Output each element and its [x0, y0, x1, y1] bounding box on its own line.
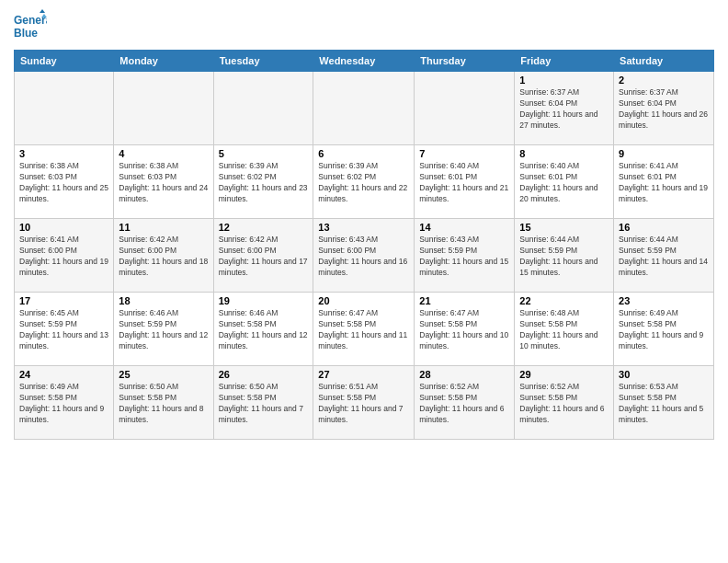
- calendar-cell: 13Sunrise: 6:43 AMSunset: 6:00 PMDayligh…: [313, 219, 415, 293]
- day-number: 18: [119, 295, 208, 306]
- day-info: Sunrise: 6:52 AMSunset: 5:58 PMDaylight:…: [419, 382, 509, 426]
- day-info: Sunrise: 6:43 AMSunset: 6:00 PMDaylight:…: [318, 235, 409, 279]
- day-number: 7: [419, 148, 509, 159]
- svg-marker-2: [40, 9, 45, 13]
- day-info: Sunrise: 6:40 AMSunset: 6:01 PMDaylight:…: [519, 161, 609, 205]
- calendar-cell: 24Sunrise: 6:49 AMSunset: 5:58 PMDayligh…: [15, 366, 114, 440]
- day-info: Sunrise: 6:50 AMSunset: 5:58 PMDaylight:…: [119, 382, 208, 426]
- day-number: 27: [318, 369, 409, 380]
- calendar-header: SundayMondayTuesdayWednesdayThursdayFrid…: [15, 51, 714, 72]
- day-info: Sunrise: 6:49 AMSunset: 5:58 PMDaylight:…: [19, 382, 108, 426]
- calendar-body: 1Sunrise: 6:37 AMSunset: 6:04 PMDaylight…: [15, 72, 714, 440]
- day-number: 12: [219, 222, 309, 233]
- day-number: 8: [519, 148, 609, 159]
- logo-svg: General Blue: [14, 9, 47, 42]
- calendar-cell: 8Sunrise: 6:40 AMSunset: 6:01 PMDaylight…: [515, 145, 614, 219]
- day-number: 22: [519, 295, 609, 306]
- day-info: Sunrise: 6:44 AMSunset: 5:59 PMDaylight:…: [519, 235, 609, 279]
- day-number: 11: [119, 222, 208, 233]
- day-number: 15: [519, 222, 609, 233]
- calendar-week-5: 24Sunrise: 6:49 AMSunset: 5:58 PMDayligh…: [15, 366, 714, 440]
- svg-text:Blue: Blue: [14, 27, 38, 40]
- calendar-week-3: 10Sunrise: 6:41 AMSunset: 6:00 PMDayligh…: [15, 219, 714, 293]
- day-number: 29: [519, 369, 609, 380]
- day-info: Sunrise: 6:46 AMSunset: 5:59 PMDaylight:…: [119, 308, 208, 352]
- day-number: 10: [19, 222, 108, 233]
- day-number: 16: [619, 222, 709, 233]
- day-info: Sunrise: 6:37 AMSunset: 6:04 PMDaylight:…: [619, 87, 709, 132]
- calendar-cell: 27Sunrise: 6:51 AMSunset: 5:58 PMDayligh…: [313, 366, 415, 440]
- day-number: 20: [318, 295, 409, 306]
- page: General Blue SundayMondayTuesdayWednesda…: [0, 0, 728, 563]
- day-info: Sunrise: 6:42 AMSunset: 6:00 PMDaylight:…: [119, 235, 208, 279]
- day-number: 9: [619, 148, 709, 159]
- calendar-cell: 25Sunrise: 6:50 AMSunset: 5:58 PMDayligh…: [114, 366, 213, 440]
- day-number: 26: [219, 369, 309, 380]
- calendar-cell: 6Sunrise: 6:39 AMSunset: 6:02 PMDaylight…: [313, 145, 415, 219]
- weekday-header-sunday: Sunday: [15, 51, 114, 72]
- weekday-header-tuesday: Tuesday: [213, 51, 313, 72]
- calendar-cell: 26Sunrise: 6:50 AMSunset: 5:58 PMDayligh…: [213, 366, 313, 440]
- calendar-cell: 3Sunrise: 6:38 AMSunset: 6:03 PMDaylight…: [15, 145, 114, 219]
- day-number: 6: [318, 148, 409, 159]
- weekday-header-row: SundayMondayTuesdayWednesdayThursdayFrid…: [15, 51, 714, 72]
- weekday-header-saturday: Saturday: [614, 51, 714, 72]
- weekday-header-monday: Monday: [114, 51, 213, 72]
- calendar-cell: 16Sunrise: 6:44 AMSunset: 5:59 PMDayligh…: [614, 219, 714, 293]
- calendar-cell: 5Sunrise: 6:39 AMSunset: 6:02 PMDaylight…: [213, 145, 313, 219]
- day-info: Sunrise: 6:47 AMSunset: 5:58 PMDaylight:…: [318, 308, 409, 352]
- calendar-week-2: 3Sunrise: 6:38 AMSunset: 6:03 PMDaylight…: [15, 145, 714, 219]
- day-number: 28: [419, 369, 509, 380]
- header: General Blue: [14, 9, 714, 42]
- day-number: 17: [19, 295, 108, 306]
- day-info: Sunrise: 6:42 AMSunset: 6:00 PMDaylight:…: [219, 235, 309, 279]
- calendar-cell: 23Sunrise: 6:49 AMSunset: 5:58 PMDayligh…: [614, 293, 714, 366]
- calendar-cell: 9Sunrise: 6:41 AMSunset: 6:01 PMDaylight…: [614, 145, 714, 219]
- calendar-cell: 7Sunrise: 6:40 AMSunset: 6:01 PMDaylight…: [415, 145, 515, 219]
- calendar-cell: 17Sunrise: 6:45 AMSunset: 5:59 PMDayligh…: [15, 293, 114, 366]
- day-number: 4: [119, 148, 208, 159]
- day-number: 19: [219, 295, 309, 306]
- day-info: Sunrise: 6:51 AMSunset: 5:58 PMDaylight:…: [318, 382, 409, 426]
- calendar-cell: 15Sunrise: 6:44 AMSunset: 5:59 PMDayligh…: [515, 219, 614, 293]
- day-info: Sunrise: 6:39 AMSunset: 6:02 PMDaylight:…: [318, 161, 409, 205]
- day-info: Sunrise: 6:46 AMSunset: 5:58 PMDaylight:…: [219, 308, 309, 352]
- calendar-cell: 1Sunrise: 6:37 AMSunset: 6:04 PMDaylight…: [515, 72, 614, 145]
- calendar-cell: [15, 72, 114, 145]
- calendar-cell: 14Sunrise: 6:43 AMSunset: 5:59 PMDayligh…: [415, 219, 515, 293]
- day-number: 25: [119, 369, 208, 380]
- calendar-cell: 22Sunrise: 6:48 AMSunset: 5:58 PMDayligh…: [515, 293, 614, 366]
- calendar-cell: 12Sunrise: 6:42 AMSunset: 6:00 PMDayligh…: [213, 219, 313, 293]
- logo: General Blue: [14, 9, 47, 42]
- calendar-week-1: 1Sunrise: 6:37 AMSunset: 6:04 PMDaylight…: [15, 72, 714, 145]
- calendar-cell: [114, 72, 213, 145]
- calendar-cell: 11Sunrise: 6:42 AMSunset: 6:00 PMDayligh…: [114, 219, 213, 293]
- day-info: Sunrise: 6:38 AMSunset: 6:03 PMDaylight:…: [119, 161, 208, 205]
- calendar-cell: 30Sunrise: 6:53 AMSunset: 5:58 PMDayligh…: [614, 366, 714, 440]
- day-info: Sunrise: 6:41 AMSunset: 6:01 PMDaylight:…: [619, 161, 709, 205]
- weekday-header-thursday: Thursday: [415, 51, 515, 72]
- day-info: Sunrise: 6:41 AMSunset: 6:00 PMDaylight:…: [19, 235, 108, 279]
- svg-text:General: General: [14, 14, 47, 27]
- day-number: 5: [219, 148, 309, 159]
- day-info: Sunrise: 6:37 AMSunset: 6:04 PMDaylight:…: [519, 87, 609, 132]
- day-info: Sunrise: 6:45 AMSunset: 5:59 PMDaylight:…: [19, 308, 108, 352]
- day-info: Sunrise: 6:38 AMSunset: 6:03 PMDaylight:…: [19, 161, 108, 205]
- calendar-cell: 28Sunrise: 6:52 AMSunset: 5:58 PMDayligh…: [415, 366, 515, 440]
- day-number: 3: [19, 148, 108, 159]
- day-number: 24: [19, 369, 108, 380]
- day-info: Sunrise: 6:52 AMSunset: 5:58 PMDaylight:…: [519, 382, 609, 426]
- calendar-cell: [213, 72, 313, 145]
- calendar-cell: 4Sunrise: 6:38 AMSunset: 6:03 PMDaylight…: [114, 145, 213, 219]
- day-info: Sunrise: 6:47 AMSunset: 5:58 PMDaylight:…: [419, 308, 509, 352]
- day-number: 14: [419, 222, 509, 233]
- calendar: SundayMondayTuesdayWednesdayThursdayFrid…: [14, 50, 714, 440]
- day-number: 21: [419, 295, 509, 306]
- day-info: Sunrise: 6:50 AMSunset: 5:58 PMDaylight:…: [219, 382, 309, 426]
- weekday-header-friday: Friday: [515, 51, 614, 72]
- day-info: Sunrise: 6:53 AMSunset: 5:58 PMDaylight:…: [619, 382, 709, 426]
- day-number: 1: [519, 75, 609, 86]
- calendar-week-4: 17Sunrise: 6:45 AMSunset: 5:59 PMDayligh…: [15, 293, 714, 366]
- calendar-cell: 21Sunrise: 6:47 AMSunset: 5:58 PMDayligh…: [415, 293, 515, 366]
- weekday-header-wednesday: Wednesday: [313, 51, 415, 72]
